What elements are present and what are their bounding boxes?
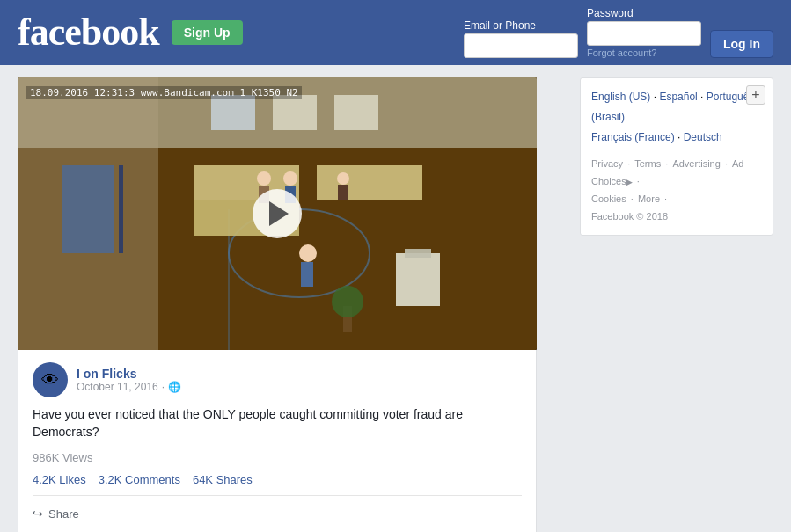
terms-link[interactable]: Terms: [634, 158, 661, 169]
share-button[interactable]: ↪ Share: [33, 506, 522, 521]
svg-point-22: [332, 286, 363, 317]
login-button[interactable]: Log In: [710, 30, 773, 58]
post-date: October 11, 2016: [77, 381, 158, 393]
more-link[interactable]: More: [638, 193, 660, 204]
shares-count: 64K Shares: [193, 473, 253, 486]
avatar-icon: 👁: [41, 370, 59, 390]
sep-5: ·: [631, 193, 636, 204]
footer-links: Privacy · Terms · Advertising · Ad Choic…: [591, 156, 762, 225]
lang-german[interactable]: Deutsch: [684, 131, 722, 143]
video-player[interactable]: 18.09.2016 12:31:3 www.Bandicam.com 1 K1…: [18, 77, 537, 350]
views-count: 986K Views: [33, 451, 522, 464]
author-row: 👁 I on Flicks October 11, 2016 · 🌐: [33, 362, 522, 397]
copyright-text: Facebook © 2018: [591, 211, 668, 222]
author-details: I on Flicks October 11, 2016 · 🌐: [77, 367, 181, 393]
sep-3: ·: [725, 158, 730, 169]
svg-point-13: [283, 171, 297, 186]
lang-sep-2: ·: [700, 91, 707, 103]
language-box: + English (US) · Español · Português (Br…: [580, 77, 773, 236]
svg-rect-19: [396, 253, 440, 306]
video-timestamp: 18.09.2016 12:31:3 www.Bandicam.com 1 K1…: [26, 86, 302, 99]
sep-4: ·: [637, 176, 640, 186]
share-icon: ↪: [33, 506, 43, 521]
avatar: 👁: [33, 362, 68, 397]
lang-plus-btn[interactable]: +: [746, 85, 765, 105]
svg-rect-18: [301, 262, 313, 287]
svg-point-17: [299, 244, 317, 262]
svg-point-15: [337, 172, 349, 185]
lang-sep-3: ·: [677, 131, 684, 143]
password-field-group: Password Forgot account?: [587, 7, 701, 58]
svg-rect-10: [119, 165, 123, 253]
svg-rect-20: [405, 249, 431, 258]
post-meta: October 11, 2016 · 🌐: [77, 381, 181, 393]
email-input[interactable]: [464, 33, 578, 58]
sep-1: ·: [627, 158, 633, 169]
advertising-link[interactable]: Advertising: [672, 158, 720, 169]
right-sidebar: + English (US) · Español · Português (Br…: [562, 77, 773, 532]
video-overlay: 18.09.2016 12:31:3 www.Bandicam.com 1 K1…: [18, 77, 537, 350]
sep-2: ·: [665, 158, 670, 169]
share-label: Share: [48, 507, 79, 521]
svg-rect-23: [211, 95, 255, 130]
header-left: facebook Sign Up: [18, 13, 243, 52]
svg-rect-8: [317, 165, 422, 200]
password-label: Password: [587, 7, 701, 19]
svg-rect-24: [273, 95, 317, 130]
engagement-row: 4.2K Likes 3.2K Comments 64K Shares: [33, 473, 522, 496]
lang-french[interactable]: Français (France): [591, 131, 675, 143]
likes-count: 4.2K Likes: [33, 473, 86, 486]
post-text: Have you ever noticed that the ONLY peop…: [33, 406, 522, 441]
sep-6: ·: [664, 193, 667, 204]
play-icon: [269, 201, 289, 226]
password-input[interactable]: [587, 21, 701, 46]
language-links: English (US) · Español · Português (Bras…: [591, 87, 762, 147]
svg-point-11: [257, 171, 271, 186]
svg-rect-16: [338, 185, 348, 200]
privacy-link[interactable]: Privacy: [591, 158, 623, 169]
header-right: Email or Phone Password Forgot account? …: [464, 7, 773, 58]
dot-separator: ·: [162, 381, 165, 393]
center-column: 18.09.2016 12:31:3 www.Bandicam.com 1 K1…: [18, 77, 562, 532]
svg-rect-9: [62, 165, 114, 253]
email-field-group: Email or Phone: [464, 19, 578, 58]
facebook-logo: facebook: [18, 13, 159, 52]
header: facebook Sign Up Email or Phone Password…: [0, 0, 791, 65]
lang-spanish[interactable]: Español: [659, 91, 697, 103]
play-button[interactable]: [253, 189, 302, 238]
post-card: 👁 I on Flicks October 11, 2016 · 🌐 Have …: [18, 350, 537, 532]
svg-rect-25: [334, 95, 378, 130]
comments-count: 3.2K Comments: [99, 473, 180, 486]
author-name[interactable]: I on Flicks: [77, 367, 181, 381]
main-content: 18.09.2016 12:31:3 www.Bandicam.com 1 K1…: [0, 65, 791, 532]
email-label: Email or Phone: [464, 19, 578, 32]
globe-icon: 🌐: [168, 381, 181, 393]
lang-english[interactable]: English (US): [591, 91, 650, 103]
cookies-link[interactable]: Cookies: [591, 193, 626, 204]
signup-button[interactable]: Sign Up: [172, 20, 243, 45]
forgot-account-link[interactable]: Forgot account?: [587, 47, 701, 58]
